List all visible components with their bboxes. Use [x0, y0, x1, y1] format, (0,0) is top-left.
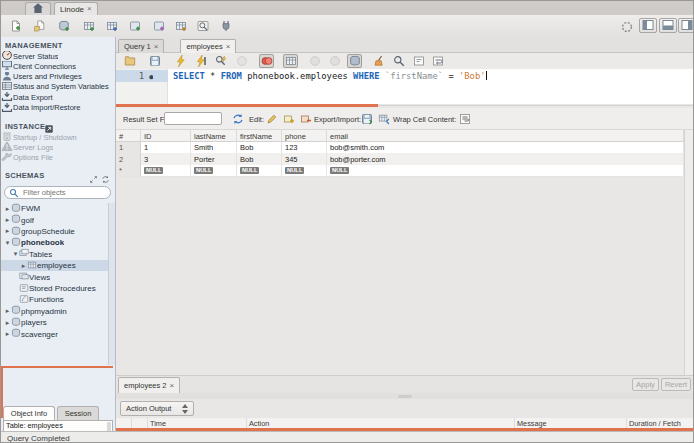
- tree-item-stored-procedures[interactable]: Stored Procedures: [1, 283, 114, 294]
- result-filter-input[interactable]: [164, 112, 222, 125]
- schema-tree-scrollbar[interactable]: [108, 203, 115, 365]
- cell[interactable]: NULL: [282, 165, 327, 176]
- cell[interactable]: 3: [141, 153, 191, 164]
- editor-splitter-highlight[interactable]: [116, 104, 378, 107]
- tree-item-functions[interactable]: Functions: [1, 294, 114, 305]
- tree-item-players[interactable]: ▸players: [1, 317, 114, 328]
- result-tab-employees2[interactable]: employees 2 ×: [118, 377, 180, 393]
- sql-statement[interactable]: SELECT * FROM phonebook.employees WHERE …: [173, 71, 487, 81]
- wrap-cell-content-icon[interactable]: [457, 111, 472, 126]
- execute-current-icon[interactable]: [193, 54, 208, 68]
- insert-row-icon[interactable]: [281, 111, 296, 126]
- sidebar-item-status-and-system-variables[interactable]: Status and System Variables: [1, 82, 114, 92]
- sidebar-item-data-export[interactable]: Data Export: [1, 92, 114, 102]
- tree-item-tables[interactable]: ▾Tables: [1, 249, 114, 260]
- tree-item-phpmyadmin[interactable]: ▸phpmyadmin: [1, 306, 114, 317]
- sidebar-item-client-connections[interactable]: Client Connections: [1, 61, 114, 71]
- edit-current-row-icon[interactable]: [264, 111, 279, 126]
- new-function-icon[interactable]: [150, 18, 167, 34]
- output-selector[interactable]: Action Output: [120, 401, 194, 416]
- cell[interactable]: Bob: [237, 142, 282, 153]
- close-icon[interactable]: ×: [226, 43, 231, 51]
- revert-button[interactable]: Revert: [661, 378, 691, 391]
- editor-splitter[interactable]: [378, 105, 694, 106]
- query-tab-employees[interactable]: employees×: [180, 39, 236, 53]
- expander-icon[interactable]: ▸: [4, 330, 11, 338]
- query-tab-query-1[interactable]: Query 1×: [118, 39, 164, 53]
- close-icon[interactable]: ×: [170, 382, 175, 390]
- schema-filter[interactable]: [4, 186, 111, 199]
- new-view-icon[interactable]: [103, 18, 120, 34]
- cell[interactable]: NULL: [237, 165, 282, 176]
- column-header-lastName[interactable]: lastName: [191, 130, 237, 142]
- expander-icon[interactable]: ▸: [4, 227, 11, 235]
- close-icon[interactable]: ×: [154, 43, 159, 51]
- tree-item-phonebook[interactable]: ▾phonebook: [1, 237, 114, 248]
- tree-item-scavenger[interactable]: ▸scavenger: [1, 328, 114, 339]
- explain-plan-icon[interactable]: [213, 54, 228, 68]
- open-sql-script-icon[interactable]: [31, 18, 48, 34]
- delete-row-icon[interactable]: [298, 111, 313, 126]
- stop-icon[interactable]: [234, 54, 249, 68]
- column-header-num[interactable]: #: [116, 130, 141, 142]
- execute-icon[interactable]: [173, 54, 188, 68]
- result-grid-scrollbar[interactable]: [684, 130, 694, 375]
- cell[interactable]: NULL: [141, 165, 191, 176]
- sidebar-item-server-logs[interactable]: Server Logs: [1, 142, 114, 152]
- limit-rows-icon[interactable]: [283, 54, 298, 68]
- cell[interactable]: 1: [141, 142, 191, 153]
- sidebar-item-server-status[interactable]: Server Status: [1, 51, 114, 61]
- expander-icon[interactable]: ▾: [4, 239, 11, 247]
- toggle-invisibles-icon[interactable]: [411, 54, 426, 68]
- cell[interactable]: Bob: [237, 153, 282, 164]
- cell[interactable]: NULL: [191, 165, 237, 176]
- tree-item-employees[interactable]: ▸employees: [1, 260, 114, 271]
- table-row[interactable]: *NULLNULLNULLNULLNULL: [116, 165, 684, 177]
- expander-icon[interactable]: ▸: [20, 262, 27, 270]
- schema-filter-input[interactable]: [21, 187, 105, 198]
- column-header-phone[interactable]: phone: [282, 130, 327, 142]
- refresh-icon[interactable]: [230, 111, 245, 126]
- cell[interactable]: bob@porter.com: [327, 153, 684, 164]
- sidebar-item-data-import-restore[interactable]: Data Import/Restore: [1, 103, 114, 113]
- commit-icon[interactable]: [307, 54, 322, 68]
- tree-item-golf[interactable]: ▸golf: [1, 214, 114, 225]
- tree-item-views[interactable]: Views: [1, 271, 114, 282]
- new-procedure-icon[interactable]: [126, 18, 143, 34]
- home-tab[interactable]: [25, 2, 51, 15]
- new-table-icon[interactable]: [80, 18, 97, 34]
- cell[interactable]: Smith: [191, 142, 237, 153]
- expander-icon[interactable]: ▸: [4, 216, 11, 224]
- rollback-icon[interactable]: [327, 54, 342, 68]
- cell[interactable]: 123: [282, 142, 327, 153]
- info-tab-object-info[interactable]: Object Info: [3, 406, 55, 420]
- cell[interactable]: Porter: [191, 153, 237, 164]
- new-schema-icon[interactable]: [55, 18, 72, 34]
- toggle-right-sidebar-button[interactable]: [678, 18, 694, 33]
- search-table-data-icon[interactable]: [194, 18, 211, 34]
- expander-icon[interactable]: ▸: [4, 307, 11, 315]
- column-header-firstName[interactable]: firstName: [237, 130, 282, 142]
- toggle-stop-on-error-icon[interactable]: [259, 54, 274, 68]
- expander-icon[interactable]: ▾: [12, 250, 19, 258]
- tree-item-fwm[interactable]: ▸FWM: [1, 203, 114, 214]
- cell[interactable]: NULL: [327, 165, 684, 176]
- toggle-word-wrap-icon[interactable]: [430, 54, 445, 68]
- expander-icon[interactable]: ▸: [4, 319, 11, 327]
- open-sql-file-icon[interactable]: [122, 54, 137, 68]
- toggle-left-sidebar-button[interactable]: [639, 18, 657, 33]
- clear-query-icon[interactable]: [371, 54, 386, 68]
- export-recordset-icon[interactable]: [359, 111, 374, 126]
- info-tab-session[interactable]: Session: [57, 406, 99, 420]
- apply-button[interactable]: Apply: [632, 378, 659, 391]
- sidebar-item-options-file[interactable]: Options File: [1, 153, 114, 163]
- output-splitter[interactable]: [116, 393, 694, 399]
- toggle-output-area-button[interactable]: [659, 18, 677, 33]
- expander-icon[interactable]: ▸: [4, 205, 11, 213]
- toggle-autocommit-icon[interactable]: [347, 54, 362, 68]
- cell[interactable]: bob@smith.com: [327, 142, 684, 153]
- sidebar-item-users-and-privileges[interactable]: Users and Privileges: [1, 72, 114, 82]
- splitter-handle-icon[interactable]: [398, 395, 412, 398]
- reconnect-dbms-icon[interactable]: [217, 18, 234, 34]
- column-header-email[interactable]: email: [327, 130, 684, 142]
